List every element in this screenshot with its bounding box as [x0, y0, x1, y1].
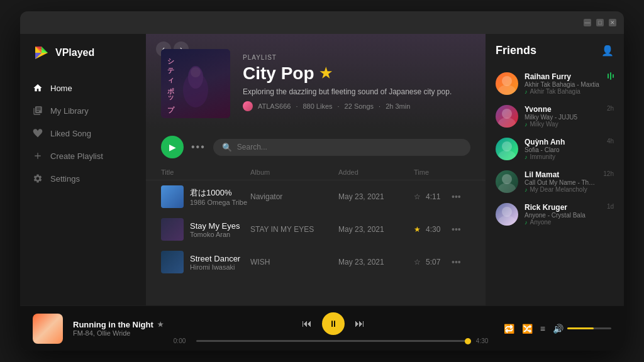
friend-time: [608, 72, 614, 80]
track-name: Street Dancer: [190, 254, 240, 263]
search-input[interactable]: [237, 143, 462, 151]
volume-fill: [567, 327, 594, 329]
friend-info: Quỳnh Anh Sofia - Claro ♪ Immunity: [525, 138, 601, 160]
track-time: 4:30: [426, 225, 440, 234]
queue-button[interactable]: ≡: [540, 324, 545, 334]
track-album: WISH: [250, 258, 338, 266]
track-row[interactable]: 君は1000% 1986 Omega Tribe Navigator May 2…: [146, 180, 486, 213]
friend-track: Milky Way - JUJU5: [525, 114, 601, 121]
volume-track[interactable]: [567, 327, 611, 329]
playlist-likes: 880 Likes: [303, 102, 332, 110]
track-row[interactable]: Stay My Eyes Tomoko Aran STAY IN MY EYES…: [146, 213, 486, 246]
track-added: May 23, 2021: [338, 192, 414, 201]
controls-bar: ▶ ••• 🔍: [146, 128, 486, 166]
track-star-icon[interactable]: ☆: [414, 192, 421, 201]
track-row[interactable]: Street Dancer Hiromi Iwasaki WISH May 23…: [146, 246, 486, 278]
friend-track: Sofia - Claro: [525, 146, 601, 153]
main-content: VPlayed Home My Library: [20, 34, 624, 305]
col-time: Time: [414, 168, 452, 176]
playlist-art-bg: シティポップ: [161, 49, 230, 118]
col-added: Added: [338, 168, 414, 176]
shuffle-button[interactable]: 🔀: [522, 324, 533, 334]
track-thumb: [161, 251, 184, 273]
friend-time: 2h: [607, 105, 614, 112]
friend-item[interactable]: Lil Mamat Call Out My Name - The Weeknd …: [496, 165, 614, 198]
prev-button[interactable]: ⏮: [302, 318, 312, 329]
svg-point-12: [498, 150, 516, 160]
svg-point-7: [502, 76, 512, 86]
search-bar[interactable]: 🔍: [213, 139, 470, 156]
svg-marker-2: [42, 47, 48, 53]
friend-item[interactable]: Raihan Furry Akhir Tak Bahagia - Maxtia …: [496, 67, 614, 100]
nav-library-label: My Library: [50, 106, 89, 116]
progress-track[interactable]: [196, 340, 471, 342]
friend-name: Raihan Furry: [525, 72, 601, 81]
player-artist: FM-84, Ollie Wride: [73, 329, 164, 337]
play-pause-button[interactable]: ⏸: [322, 312, 345, 335]
friend-item[interactable]: Quỳnh Anh Sofia - Claro ♪ Immunity 4h: [496, 133, 614, 165]
friend-track: Anyone - Crystal Bala: [525, 212, 601, 219]
friend-name: Yvonne: [525, 105, 601, 114]
track-star-icon[interactable]: ☆: [414, 258, 421, 266]
track-more-button[interactable]: •••: [452, 257, 470, 267]
playlist-author: ATLAS666: [258, 102, 291, 110]
sidebar-item-home[interactable]: Home: [20, 77, 146, 99]
track-duration: ☆ 4:11: [414, 192, 452, 201]
playlist-title: City Pop ★: [243, 63, 470, 84]
track-added: May 23, 2021: [338, 258, 414, 266]
track-duration: ☆ 5:07: [414, 258, 452, 266]
friend-avatar: [496, 170, 518, 193]
playlist-meta: ATLAS666 · 880 Likes · 22 Songs · 2h 3mi…: [243, 101, 470, 111]
sidebar-item-create-playlist[interactable]: Create Playlist: [20, 145, 146, 167]
volume-icon[interactable]: 🔊: [553, 324, 564, 334]
close-button[interactable]: ✕: [609, 19, 616, 26]
playlist-description: Exploring the dazzling but fleeting soun…: [243, 87, 470, 96]
minimize-button[interactable]: —: [584, 19, 591, 26]
col-album: Album: [250, 168, 338, 176]
home-icon: [33, 83, 43, 93]
tracks-header: Title Album Added Time: [146, 166, 486, 180]
player-bar: Running in the Night ★ FM-84, Ollie Wrid…: [20, 305, 624, 351]
track-star-icon[interactable]: ★: [414, 225, 421, 234]
nav-liked-label: Liked Song: [50, 129, 91, 138]
track-time: 5:07: [426, 258, 440, 266]
friend-now: ♪ Anyone: [525, 219, 601, 226]
music-note-icon: ♪: [525, 219, 528, 226]
sidebar-item-settings[interactable]: Settings: [20, 167, 146, 190]
volume-area: 🔊: [553, 324, 611, 334]
friend-avatar: [496, 203, 518, 226]
track-artist: Tomoko Aran: [190, 231, 240, 238]
more-options-button[interactable]: •••: [191, 141, 206, 153]
track-name: Stay My Eyes: [190, 221, 240, 231]
title-bar: — □ ✕: [20, 11, 624, 34]
repeat-button[interactable]: 🔁: [504, 324, 514, 334]
author-avatar: [243, 101, 253, 111]
next-button[interactable]: ⏭: [355, 318, 365, 329]
friend-now: ♪ Milky Way: [525, 121, 601, 128]
sidebar-item-liked[interactable]: Liked Song: [20, 122, 146, 145]
maximize-button[interactable]: □: [596, 19, 604, 26]
friend-item[interactable]: Yvonne Milky Way - JUJU5 ♪ Milky Way 2h: [496, 100, 614, 133]
sidebar: VPlayed Home My Library: [20, 34, 146, 305]
friend-now: ♪ My Dear Melancholy: [525, 186, 597, 193]
playlist-play-button[interactable]: ▶: [161, 136, 184, 158]
logo-icon: [33, 44, 50, 62]
track-artist: 1986 Omega Tribe: [190, 199, 247, 206]
friends-header: Friends 👤: [496, 44, 614, 57]
player-liked-icon[interactable]: ★: [157, 321, 164, 329]
track-text: Stay My Eyes Tomoko Aran: [190, 221, 240, 238]
playlist-header: ‹ › シティポップ PLAYLIST: [146, 34, 486, 128]
track-info: Street Dancer Hiromi Iwasaki: [161, 251, 250, 273]
friend-item[interactable]: Rick Kruger Anyone - Crystal Bala ♪ Anyo…: [496, 198, 614, 231]
track-album: STAY IN MY EYES: [250, 225, 338, 234]
svg-point-16: [498, 216, 516, 226]
sidebar-item-library[interactable]: My Library: [20, 99, 146, 122]
nav-create-label: Create Playlist: [50, 151, 103, 161]
svg-point-6: [191, 67, 201, 77]
track-text: Street Dancer Hiromi Iwasaki: [190, 254, 240, 271]
friends-add-icon[interactable]: 👤: [601, 45, 614, 57]
playlist-art: シティポップ: [161, 49, 230, 118]
track-more-button[interactable]: •••: [452, 192, 470, 202]
search-icon: 🔍: [222, 143, 232, 152]
track-more-button[interactable]: •••: [452, 224, 470, 234]
